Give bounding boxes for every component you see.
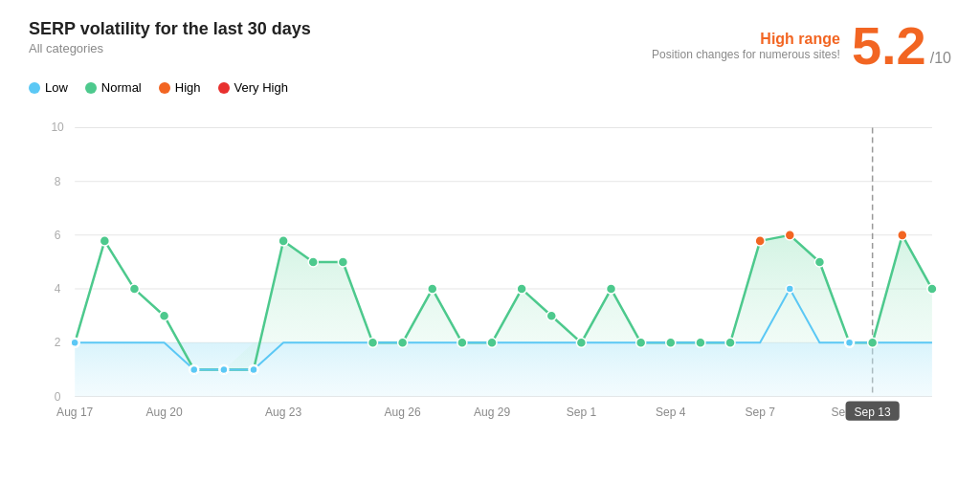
svg-point-49 [786, 285, 793, 293]
svg-point-43 [898, 231, 907, 240]
score-number: 5.2 [852, 19, 926, 73]
legend-item-normal: Normal [85, 80, 142, 95]
svg-point-18 [160, 311, 169, 320]
svg-point-33 [607, 284, 616, 294]
svg-point-46 [190, 365, 198, 373]
svg-text:Aug 23: Aug 23 [265, 406, 301, 419]
legend-dot-low [29, 82, 40, 94]
score-denom: /10 [930, 50, 951, 67]
legend-item-very-high: Very High [218, 80, 288, 95]
svg-point-28 [457, 338, 467, 347]
svg-text:4: 4 [55, 282, 61, 296]
svg-point-31 [546, 311, 556, 320]
main-title: SERP volatility for the last 30 days [29, 19, 311, 39]
legend-label-high: High [175, 80, 201, 95]
subtitle: All categories [29, 41, 311, 55]
svg-text:10: 10 [51, 121, 64, 134]
legend-label-normal: Normal [101, 80, 142, 95]
svg-text:Sep 13: Sep 13 [855, 406, 891, 419]
svg-point-47 [220, 365, 228, 373]
chart-area: 0 2 4 6 8 10 [29, 104, 951, 429]
legend-label-very-high: Very High [234, 80, 288, 95]
range-desc: Position changes for numerous sites! [652, 48, 840, 61]
svg-point-30 [517, 284, 526, 294]
svg-point-22 [278, 236, 288, 246]
svg-point-35 [666, 338, 676, 347]
svg-point-29 [487, 338, 497, 347]
svg-text:Sep 4: Sep 4 [656, 406, 686, 419]
svg-point-37 [725, 338, 735, 347]
svg-point-44 [927, 284, 937, 294]
svg-point-34 [636, 338, 646, 347]
svg-point-50 [846, 339, 854, 346]
svg-point-16 [100, 236, 109, 246]
title-section: SERP volatility for the last 30 days All… [29, 19, 311, 55]
legend-label-low: Low [45, 80, 68, 95]
svg-text:6: 6 [55, 229, 61, 242]
svg-point-36 [696, 338, 705, 347]
svg-point-38 [755, 236, 765, 246]
svg-text:0: 0 [55, 390, 61, 404]
legend-item-low: Low [29, 80, 68, 95]
svg-point-17 [129, 284, 139, 294]
main-container: SERP volatility for the last 30 days All… [0, 0, 980, 483]
svg-point-39 [785, 231, 794, 240]
legend: Low Normal High Very High [29, 80, 951, 95]
svg-text:Aug 29: Aug 29 [474, 406, 510, 419]
svg-text:8: 8 [55, 175, 61, 188]
score-wrapper: 5.2 /10 [852, 19, 951, 73]
svg-text:Sep 7: Sep 7 [745, 406, 775, 419]
svg-point-40 [814, 257, 824, 267]
svg-point-48 [250, 365, 257, 373]
score-info: High range Position changes for numerous… [652, 31, 840, 61]
svg-text:Sep 1: Sep 1 [567, 406, 597, 419]
chart-svg: 0 2 4 6 8 10 [29, 104, 951, 429]
legend-item-high: High [159, 80, 201, 95]
svg-text:2: 2 [55, 336, 61, 349]
svg-text:Aug 20: Aug 20 [145, 406, 182, 419]
svg-point-26 [398, 338, 408, 347]
svg-point-23 [308, 257, 318, 267]
legend-dot-very-high [218, 82, 230, 94]
svg-point-42 [868, 338, 878, 347]
svg-point-27 [428, 284, 437, 294]
header: SERP volatility for the last 30 days All… [29, 19, 951, 73]
legend-dot-normal [85, 82, 97, 94]
svg-text:Aug 26: Aug 26 [385, 406, 421, 419]
range-label: High range [760, 31, 840, 48]
legend-dot-high [159, 82, 170, 94]
svg-text:Aug 17: Aug 17 [56, 406, 93, 419]
svg-point-25 [368, 338, 377, 347]
svg-point-24 [338, 257, 347, 267]
svg-point-32 [576, 338, 586, 347]
svg-point-45 [71, 339, 78, 346]
